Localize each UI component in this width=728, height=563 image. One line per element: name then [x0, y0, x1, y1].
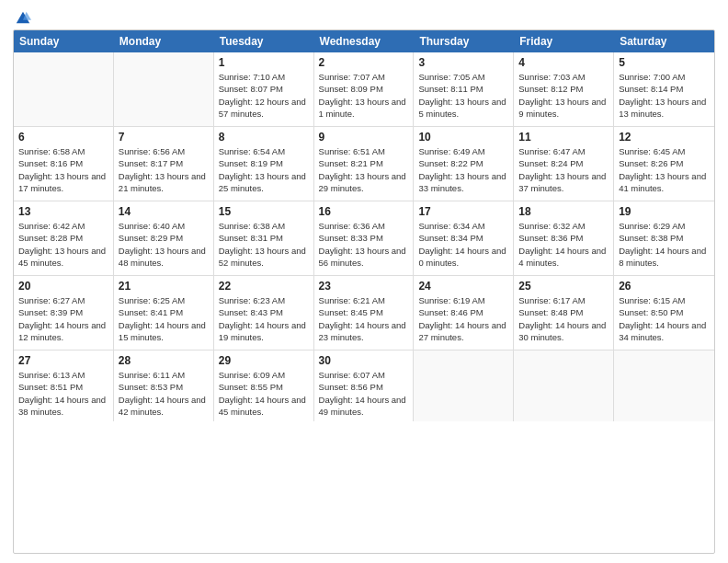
day-info: Sunrise: 6:36 AM Sunset: 8:33 PM Dayligh… [319, 220, 409, 269]
calendar-cell [514, 350, 614, 421]
calendar-cell: 12Sunrise: 6:45 AM Sunset: 8:26 PM Dayli… [614, 127, 714, 201]
calendar: SundayMondayTuesdayWednesdayThursdayFrid… [13, 29, 715, 554]
day-info: Sunrise: 7:00 AM Sunset: 8:14 PM Dayligh… [619, 71, 710, 120]
day-info: Sunrise: 6:51 AM Sunset: 8:21 PM Dayligh… [319, 145, 409, 194]
day-info: Sunrise: 6:15 AM Sunset: 8:50 PM Dayligh… [619, 294, 710, 343]
day-info: Sunrise: 6:45 AM Sunset: 8:26 PM Dayligh… [619, 145, 710, 194]
day-number: 8 [219, 131, 309, 144]
day-number: 30 [319, 354, 409, 367]
calendar-cell: 30Sunrise: 6:07 AM Sunset: 8:56 PM Dayli… [314, 350, 415, 421]
calendar-cell: 9Sunrise: 6:51 AM Sunset: 8:21 PM Daylig… [314, 127, 415, 201]
day-number: 16 [319, 205, 409, 218]
day-info: Sunrise: 7:10 AM Sunset: 8:07 PM Dayligh… [219, 71, 309, 120]
day-number: 21 [119, 280, 209, 293]
day-info: Sunrise: 6:47 AM Sunset: 8:24 PM Dayligh… [518, 145, 609, 194]
day-number: 25 [518, 280, 609, 293]
day-number: 10 [418, 131, 508, 144]
day-info: Sunrise: 6:32 AM Sunset: 8:36 PM Dayligh… [518, 220, 609, 269]
day-info: Sunrise: 6:07 AM Sunset: 8:56 PM Dayligh… [319, 369, 409, 418]
day-number: 18 [518, 205, 609, 218]
calendar-cell: 24Sunrise: 6:19 AM Sunset: 8:46 PM Dayli… [414, 276, 514, 350]
day-info: Sunrise: 6:40 AM Sunset: 8:29 PM Dayligh… [119, 220, 209, 269]
calendar-header: SundayMondayTuesdayWednesdayThursdayFrid… [14, 30, 714, 52]
logo-icon [15, 9, 31, 26]
calendar-cell: 7Sunrise: 6:56 AM Sunset: 8:17 PM Daylig… [114, 127, 214, 201]
day-info: Sunrise: 7:03 AM Sunset: 8:12 PM Dayligh… [518, 71, 609, 120]
calendar-cell [614, 350, 714, 421]
calendar-cell: 22Sunrise: 6:23 AM Sunset: 8:43 PM Dayli… [214, 276, 314, 350]
day-number: 29 [219, 354, 309, 367]
calendar-cell: 16Sunrise: 6:36 AM Sunset: 8:33 PM Dayli… [314, 201, 415, 275]
calendar-cell [414, 350, 514, 421]
day-info: Sunrise: 6:11 AM Sunset: 8:53 PM Dayligh… [119, 369, 209, 418]
day-info: Sunrise: 6:58 AM Sunset: 8:16 PM Dayligh… [18, 145, 108, 194]
calendar-cell: 27Sunrise: 6:13 AM Sunset: 8:51 PM Dayli… [14, 350, 114, 421]
calendar-cell: 2Sunrise: 7:07 AM Sunset: 8:09 PM Daylig… [314, 52, 415, 126]
day-number: 4 [518, 56, 609, 69]
day-number: 11 [518, 131, 609, 144]
day-info: Sunrise: 6:34 AM Sunset: 8:34 PM Dayligh… [418, 220, 508, 269]
calendar-cell: 3Sunrise: 7:05 AM Sunset: 8:11 PM Daylig… [414, 52, 514, 126]
calendar-cell: 21Sunrise: 6:25 AM Sunset: 8:41 PM Dayli… [114, 276, 214, 350]
calendar-header-cell: Friday [514, 30, 614, 52]
calendar-cell: 15Sunrise: 6:38 AM Sunset: 8:31 PM Dayli… [214, 201, 314, 275]
day-info: Sunrise: 6:38 AM Sunset: 8:31 PM Dayligh… [219, 220, 309, 269]
day-info: Sunrise: 6:29 AM Sunset: 8:38 PM Dayligh… [619, 220, 710, 269]
calendar-cell: 17Sunrise: 6:34 AM Sunset: 8:34 PM Dayli… [414, 201, 514, 275]
day-number: 6 [18, 131, 108, 144]
calendar-row: 13Sunrise: 6:42 AM Sunset: 8:28 PM Dayli… [14, 201, 714, 276]
calendar-header-cell: Wednesday [314, 30, 415, 52]
calendar-row: 20Sunrise: 6:27 AM Sunset: 8:39 PM Dayli… [14, 276, 714, 350]
calendar-row: 27Sunrise: 6:13 AM Sunset: 8:51 PM Dayli… [14, 350, 714, 421]
calendar-body: 1Sunrise: 7:10 AM Sunset: 8:07 PM Daylig… [14, 52, 714, 421]
calendar-cell: 11Sunrise: 6:47 AM Sunset: 8:24 PM Dayli… [514, 127, 614, 201]
day-number: 27 [18, 354, 108, 367]
day-info: Sunrise: 7:05 AM Sunset: 8:11 PM Dayligh… [418, 71, 508, 120]
calendar-cell: 5Sunrise: 7:00 AM Sunset: 8:14 PM Daylig… [614, 52, 714, 126]
day-number: 15 [219, 205, 309, 218]
day-info: Sunrise: 6:27 AM Sunset: 8:39 PM Dayligh… [18, 294, 108, 343]
calendar-header-cell: Monday [114, 30, 214, 52]
day-number: 26 [619, 280, 710, 293]
day-number: 7 [119, 131, 209, 144]
day-number: 13 [18, 205, 108, 218]
calendar-header-cell: Tuesday [214, 30, 314, 52]
calendar-cell: 10Sunrise: 6:49 AM Sunset: 8:22 PM Dayli… [414, 127, 514, 201]
day-number: 12 [619, 131, 710, 144]
day-number: 20 [18, 280, 108, 293]
calendar-cell: 19Sunrise: 6:29 AM Sunset: 8:38 PM Dayli… [614, 201, 714, 275]
day-number: 22 [219, 280, 309, 293]
calendar-cell: 6Sunrise: 6:58 AM Sunset: 8:16 PM Daylig… [14, 127, 114, 201]
calendar-header-cell: Sunday [14, 30, 114, 52]
calendar-cell: 23Sunrise: 6:21 AM Sunset: 8:45 PM Dayli… [314, 276, 415, 350]
day-info: Sunrise: 6:23 AM Sunset: 8:43 PM Dayligh… [219, 294, 309, 343]
calendar-cell: 18Sunrise: 6:32 AM Sunset: 8:36 PM Dayli… [514, 201, 614, 275]
day-info: Sunrise: 6:17 AM Sunset: 8:48 PM Dayligh… [518, 294, 609, 343]
day-number: 28 [119, 354, 209, 367]
day-info: Sunrise: 6:09 AM Sunset: 8:55 PM Dayligh… [219, 369, 309, 418]
calendar-header-cell: Saturday [614, 30, 714, 52]
calendar-cell: 8Sunrise: 6:54 AM Sunset: 8:19 PM Daylig… [214, 127, 314, 201]
day-number: 5 [619, 56, 710, 69]
calendar-cell: 26Sunrise: 6:15 AM Sunset: 8:50 PM Dayli… [614, 276, 714, 350]
day-info: Sunrise: 6:56 AM Sunset: 8:17 PM Dayligh… [119, 145, 209, 194]
calendar-header-cell: Thursday [414, 30, 514, 52]
calendar-cell [14, 52, 114, 126]
day-info: Sunrise: 6:42 AM Sunset: 8:28 PM Dayligh… [18, 220, 108, 269]
day-number: 24 [418, 280, 508, 293]
calendar-cell: 28Sunrise: 6:11 AM Sunset: 8:53 PM Dayli… [114, 350, 214, 421]
day-number: 14 [119, 205, 209, 218]
calendar-cell: 1Sunrise: 7:10 AM Sunset: 8:07 PM Daylig… [214, 52, 314, 126]
day-number: 19 [619, 205, 710, 218]
calendar-cell: 4Sunrise: 7:03 AM Sunset: 8:12 PM Daylig… [514, 52, 614, 126]
day-number: 23 [319, 280, 409, 293]
day-info: Sunrise: 6:25 AM Sunset: 8:41 PM Dayligh… [119, 294, 209, 343]
day-number: 17 [418, 205, 508, 218]
day-info: Sunrise: 7:07 AM Sunset: 8:09 PM Dayligh… [319, 71, 409, 120]
day-number: 3 [418, 56, 508, 69]
calendar-cell: 25Sunrise: 6:17 AM Sunset: 8:48 PM Dayli… [514, 276, 614, 350]
calendar-cell: 20Sunrise: 6:27 AM Sunset: 8:39 PM Dayli… [14, 276, 114, 350]
calendar-cell: 14Sunrise: 6:40 AM Sunset: 8:29 PM Dayli… [114, 201, 214, 275]
day-info: Sunrise: 6:19 AM Sunset: 8:46 PM Dayligh… [418, 294, 508, 343]
calendar-row: 6Sunrise: 6:58 AM Sunset: 8:16 PM Daylig… [14, 127, 714, 201]
